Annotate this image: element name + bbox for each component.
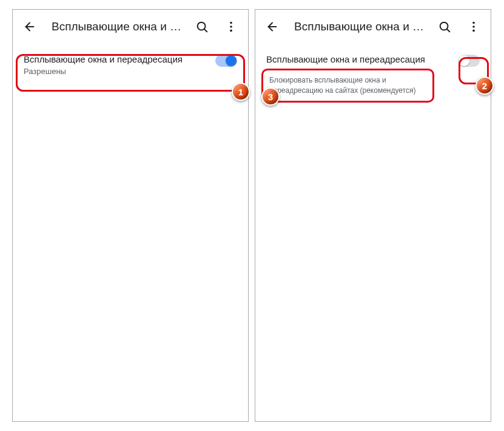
toolbar: Всплывающие окна и п… bbox=[13, 10, 248, 44]
phone-left: Всплывающие окна и п… Всплывающие окна и… bbox=[12, 9, 249, 422]
page-title: Всплывающие окна и п… bbox=[289, 20, 428, 33]
svg-point-3 bbox=[230, 22, 232, 24]
page-title: Всплывающие окна и п… bbox=[47, 20, 185, 33]
phone-right: Всплывающие окна и п… Всплывающие окна и… bbox=[255, 9, 491, 422]
svg-point-10 bbox=[472, 25, 475, 28]
arrow-back-icon bbox=[266, 20, 279, 33]
setting-text: Всплывающие окна и переадресация bbox=[266, 53, 451, 66]
svg-point-9 bbox=[472, 22, 475, 24]
switch-knob bbox=[226, 55, 237, 66]
popup-setting-row[interactable]: Всплывающие окна и переадресация bbox=[266, 53, 480, 67]
back-button[interactable] bbox=[260, 15, 284, 39]
content-area: Всплывающие окна и переадресация Разреше… bbox=[13, 44, 248, 86]
svg-point-5 bbox=[230, 30, 232, 32]
popup-setting-row[interactable]: Всплывающие окна и переадресация Разреше… bbox=[24, 53, 237, 76]
setting-title: Всплывающие окна и переадресация bbox=[266, 53, 451, 66]
back-button[interactable] bbox=[18, 15, 42, 39]
annotation-marker-3: 3 bbox=[261, 87, 280, 106]
setting-text: Всплывающие окна и переадресация Разреше… bbox=[24, 53, 208, 76]
popup-toggle[interactable] bbox=[215, 55, 237, 67]
annotation-marker-1: 1 bbox=[232, 83, 250, 101]
popup-toggle[interactable] bbox=[458, 55, 480, 67]
more-button[interactable] bbox=[462, 15, 486, 39]
search-button[interactable] bbox=[190, 15, 214, 39]
more-vert-icon bbox=[224, 20, 238, 33]
toolbar: Всплывающие окна и п… bbox=[255, 10, 491, 44]
setting-title: Всплывающие окна и переадресация bbox=[24, 53, 208, 66]
tooltip-text: Блокировать всплывающие окна и переадрес… bbox=[269, 75, 426, 96]
search-button[interactable] bbox=[432, 15, 457, 39]
more-button[interactable] bbox=[219, 15, 243, 39]
arrow-back-icon bbox=[23, 20, 36, 33]
svg-point-11 bbox=[472, 30, 475, 32]
search-icon bbox=[195, 20, 209, 33]
tooltip-box: Блокировать всплывающие окна и переадрес… bbox=[261, 69, 434, 103]
svg-point-4 bbox=[230, 25, 232, 28]
search-icon bbox=[438, 20, 451, 33]
switch-knob bbox=[459, 55, 469, 66]
more-vert-icon bbox=[467, 20, 480, 33]
setting-subtitle: Разрешены bbox=[24, 67, 208, 77]
svg-line-2 bbox=[204, 29, 207, 32]
annotation-marker-2: 2 bbox=[475, 76, 494, 95]
svg-line-8 bbox=[447, 29, 450, 32]
